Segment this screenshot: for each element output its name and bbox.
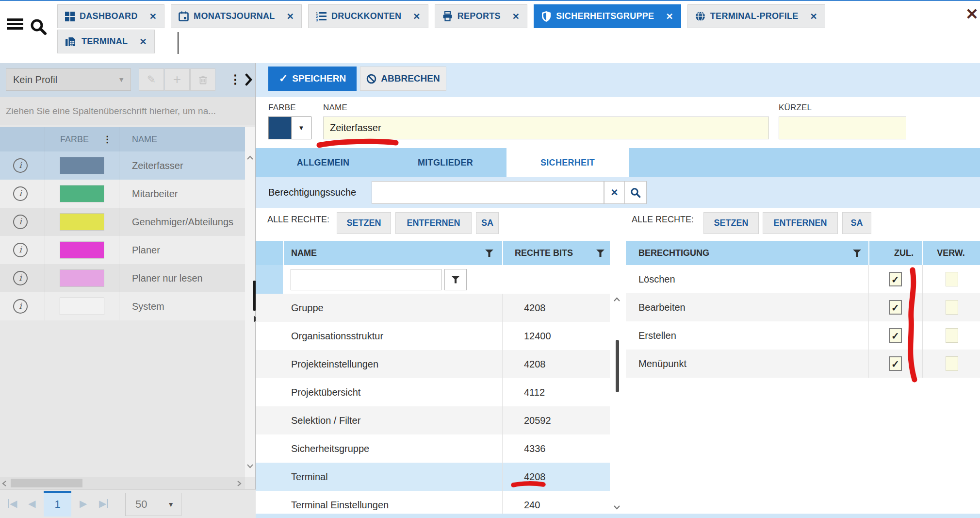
sa-button-left[interactable]: SA <box>476 212 499 234</box>
setzen-button-right[interactable]: SETZEN <box>703 212 759 234</box>
info-icon[interactable]: i <box>13 271 28 285</box>
scroll-up-icon[interactable] <box>613 297 621 302</box>
tab-reports[interactable]: REPORTS ✕ <box>435 4 528 28</box>
profile-row[interactable]: iSystem <box>0 292 245 320</box>
hamburger-menu-icon[interactable] <box>7 18 23 30</box>
name-field[interactable] <box>323 117 769 139</box>
tab-close-icon[interactable]: ✕ <box>149 11 157 22</box>
tab-close-icon[interactable]: ✕ <box>139 36 147 47</box>
filter-icon[interactable] <box>485 250 493 257</box>
column-header-rechte-bits[interactable]: RECHTE BITS <box>515 241 573 265</box>
tab-close-icon[interactable]: ✕ <box>810 11 817 22</box>
tab-terminal[interactable]: TERMINAL ✕ <box>57 30 155 53</box>
first-page-button[interactable]: ◀ <box>8 498 17 509</box>
scroll-left-icon[interactable] <box>2 480 7 487</box>
profile-row[interactable]: iMitarbeiter <box>0 180 245 208</box>
column-header-name[interactable]: NAME <box>132 127 157 151</box>
profile-row[interactable]: iPlaner <box>0 236 245 264</box>
scroll-up-icon[interactable] <box>246 155 254 160</box>
rights-row[interactable]: Gruppe4208 <box>256 294 610 322</box>
color-picker-dropdown[interactable]: ▼ <box>291 117 311 139</box>
tab-close-icon[interactable]: ✕ <box>512 11 520 22</box>
column-menu-icon[interactable]: ⋮ <box>103 127 112 151</box>
prev-page-button[interactable]: ◀ <box>28 498 35 509</box>
scroll-down-icon[interactable] <box>613 505 621 510</box>
tab-sicherheit[interactable]: SICHERHEIT <box>506 148 629 177</box>
more-options-icon[interactable]: ⋮ <box>228 68 243 91</box>
column-header-zul[interactable]: ZUL. <box>885 241 922 265</box>
add-profile-button[interactable]: + <box>164 68 190 91</box>
last-page-button[interactable]: ▶ <box>99 498 108 509</box>
verw-checkbox[interactable] <box>946 328 958 343</box>
profile-row[interactable]: iZeiterfasser <box>0 151 245 180</box>
h-scrollbar[interactable] <box>0 477 245 489</box>
h-scrollbar-thumb[interactable] <box>11 479 82 487</box>
tab-dashboard[interactable]: DASHBOARD ✕ <box>57 4 164 28</box>
tab-close-icon[interactable]: ✕ <box>666 11 673 22</box>
permission-row[interactable]: Erstellen✓ <box>626 321 980 350</box>
rights-row[interactable]: Terminal4208 <box>256 463 610 491</box>
tab-sicherheitsgruppe[interactable]: SICHERHEITSGRUPPE ✕ <box>534 4 681 28</box>
search-icon[interactable] <box>29 17 48 36</box>
rights-row[interactable]: Sicherheitsgruppe4336 <box>256 434 610 463</box>
profile-row[interactable]: iGenehmiger/Abteilungs <box>0 208 245 236</box>
color-picker-swatch[interactable] <box>268 117 292 139</box>
verw-checkbox[interactable] <box>946 300 958 315</box>
filter-icon[interactable] <box>853 250 861 257</box>
entfernen-button-left[interactable]: ENTFERNEN <box>395 212 472 234</box>
filter-button[interactable] <box>444 269 467 290</box>
v-scrollbar-thumb[interactable] <box>616 340 619 392</box>
permission-row[interactable]: Löschen✓ <box>626 265 980 293</box>
info-icon[interactable]: i <box>13 186 28 201</box>
zul-checkbox[interactable]: ✓ <box>889 356 902 371</box>
tab-allgemein[interactable]: ALLGEMEIN <box>262 148 384 177</box>
tab-close-icon[interactable]: ✕ <box>287 11 294 22</box>
sa-button-right[interactable]: SA <box>842 212 871 234</box>
next-page-button[interactable]: ▶ <box>80 498 87 509</box>
tab-druckkonten[interactable]: 123 DRUCKKONTEN ✕ <box>308 4 428 28</box>
search-submit-button[interactable] <box>624 181 647 204</box>
verw-checkbox[interactable] <box>946 272 958 286</box>
info-icon[interactable]: i <box>13 243 28 257</box>
page-size-select[interactable]: 50 ▼ <box>125 493 181 516</box>
rights-row[interactable]: Projekteinstellungen4208 <box>256 350 610 378</box>
setzen-button-left[interactable]: SETZEN <box>337 212 391 234</box>
permission-search-input[interactable] <box>372 181 604 204</box>
zul-checkbox[interactable]: ✓ <box>889 328 902 343</box>
column-header-verw[interactable]: VERW. <box>927 241 975 265</box>
tab-terminal-profile[interactable]: TERMINAL-PROFILE ✕ <box>687 4 825 28</box>
zul-checkbox[interactable]: ✓ <box>889 272 902 286</box>
info-icon[interactable]: i <box>13 158 28 173</box>
column-header-name[interactable]: NAME <box>291 241 317 265</box>
tab-monatsjournal[interactable]: MONATSJOURNAL ✕ <box>171 4 302 28</box>
rights-row[interactable]: Organisationsstruktur12400 <box>256 322 610 350</box>
filter-icon[interactable] <box>596 250 604 257</box>
search-clear-button[interactable]: ✕ <box>604 181 625 204</box>
verw-checkbox[interactable] <box>946 356 958 371</box>
collapse-panel-icon[interactable] <box>245 73 252 86</box>
profile-row[interactable]: iPlaner nur lesen <box>0 264 245 292</box>
permission-row[interactable]: Menüpunkt✓ <box>626 350 980 378</box>
info-icon[interactable]: i <box>13 215 28 229</box>
profile-dropdown[interactable]: Kein Profil ▼ <box>6 68 131 91</box>
rights-row[interactable]: Projektübersicht4112 <box>256 378 610 406</box>
cancel-button[interactable]: ABBRECHEN <box>360 67 446 91</box>
delete-profile-button[interactable] <box>190 68 215 91</box>
edit-profile-button[interactable]: ✎ <box>139 68 164 91</box>
info-icon[interactable]: i <box>13 299 28 314</box>
permission-row[interactable]: Bearbeiten✓ <box>626 293 980 321</box>
tab-mitglieder[interactable]: MITGLIEDER <box>384 148 506 177</box>
entfernen-button-right[interactable]: ENTFERNEN <box>763 212 838 234</box>
scroll-right-icon[interactable] <box>237 480 242 487</box>
current-page-button[interactable]: 1 <box>44 491 71 517</box>
column-header-farbe[interactable]: FARBE <box>60 127 89 151</box>
tab-close-icon[interactable]: ✕ <box>413 11 420 22</box>
column-header-berechtigung[interactable]: BERECHTIGUNG <box>638 241 709 265</box>
kuerzel-field[interactable] <box>779 117 906 139</box>
zul-checkbox[interactable]: ✓ <box>889 300 902 315</box>
rights-row[interactable]: Terminal Einstellungen240 <box>256 491 610 514</box>
name-filter-input[interactable] <box>291 269 441 290</box>
save-button[interactable]: ✓ SPEICHERN <box>268 67 357 91</box>
scroll-down-icon[interactable] <box>246 464 254 468</box>
rights-row[interactable]: Selektion / Filter20592 <box>256 406 610 434</box>
